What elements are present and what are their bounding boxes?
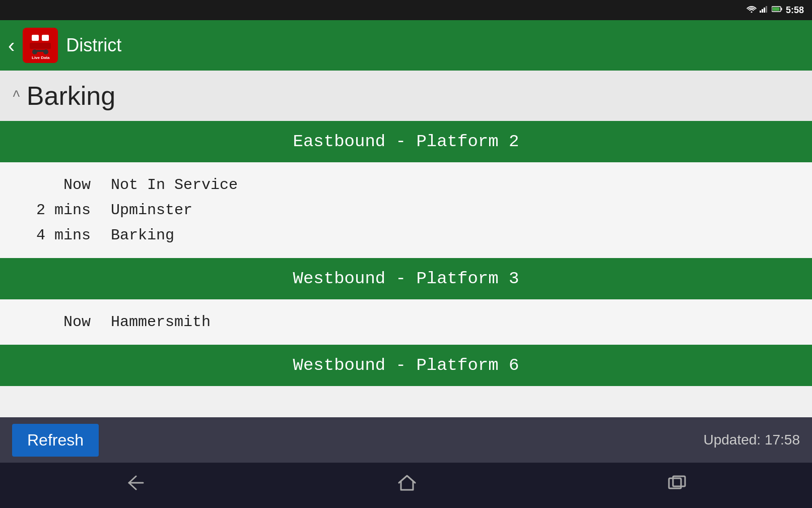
train-destination: Hammersmith	[111, 313, 211, 331]
svg-text:Live Data: Live Data	[32, 55, 50, 59]
status-time: 5:58	[786, 5, 804, 16]
svg-rect-7	[772, 8, 779, 11]
nav-back-icon[interactable]	[126, 475, 146, 496]
train-time: Now	[30, 313, 91, 331]
svg-point-0	[751, 11, 752, 13]
svg-rect-4	[766, 6, 767, 13]
train-time: Now	[30, 176, 91, 194]
train-entry: Now Not In Service	[30, 172, 782, 198]
svg-rect-11	[30, 43, 51, 49]
platform-title-1: Eastbound - Platform 2	[293, 132, 519, 151]
svg-rect-9	[32, 35, 39, 41]
train-time: 4 mins	[30, 227, 91, 244]
app-icon: Live Data	[23, 28, 58, 63]
collapse-icon[interactable]: ^	[12, 88, 21, 104]
platform-header-eastbound-2: Eastbound - Platform 2	[0, 121, 812, 162]
wifi-icon	[747, 6, 757, 15]
svg-rect-2	[762, 9, 763, 13]
svg-point-12	[32, 49, 37, 54]
main-content: ^ Barking Eastbound - Platform 2 Now Not…	[0, 71, 812, 417]
platform-header-westbound-3: Westbound - Platform 3	[0, 258, 812, 299]
back-button[interactable]: ‹	[8, 34, 15, 57]
app-bar: ‹ Live Data District	[0, 20, 812, 71]
train-entry: Now Hammersmith	[30, 309, 782, 335]
train-destination: Barking	[111, 227, 174, 244]
status-icons: 5:58	[747, 5, 804, 16]
train-list-1: Now Not In Service 2 mins Upminster 4 mi…	[0, 162, 812, 258]
svg-rect-14	[37, 50, 44, 52]
platform-title-3: Westbound - Platform 6	[293, 356, 519, 375]
platform-header-westbound-6: Westbound - Platform 6	[0, 345, 812, 386]
train-entry: 4 mins Barking	[30, 223, 782, 248]
nav-home-icon[interactable]	[398, 475, 416, 496]
train-list-2: Now Hammersmith	[0, 299, 812, 345]
train-time: 2 mins	[30, 202, 91, 219]
app-title: District	[66, 35, 121, 56]
nav-bar	[0, 463, 812, 508]
status-bar: 5:58	[0, 0, 812, 20]
train-destination: Upminster	[111, 202, 192, 219]
train-destination: Not In Service	[111, 176, 238, 194]
signal-icon	[760, 6, 769, 15]
svg-point-13	[43, 49, 48, 54]
bottom-bar: Refresh Updated: 17:58	[0, 417, 812, 463]
svg-rect-3	[764, 8, 765, 13]
station-name: Barking	[27, 81, 115, 111]
svg-rect-6	[781, 8, 782, 11]
station-header[interactable]: ^ Barking	[0, 71, 812, 121]
refresh-button[interactable]: Refresh	[12, 424, 99, 457]
platform-title-2: Westbound - Platform 3	[293, 269, 519, 288]
train-entry: 2 mins Upminster	[30, 198, 782, 223]
nav-recent-icon[interactable]	[668, 475, 686, 496]
svg-rect-10	[42, 35, 49, 41]
svg-rect-1	[760, 11, 761, 13]
updated-text: Updated: 17:58	[704, 432, 800, 448]
battery-icon	[772, 6, 783, 14]
